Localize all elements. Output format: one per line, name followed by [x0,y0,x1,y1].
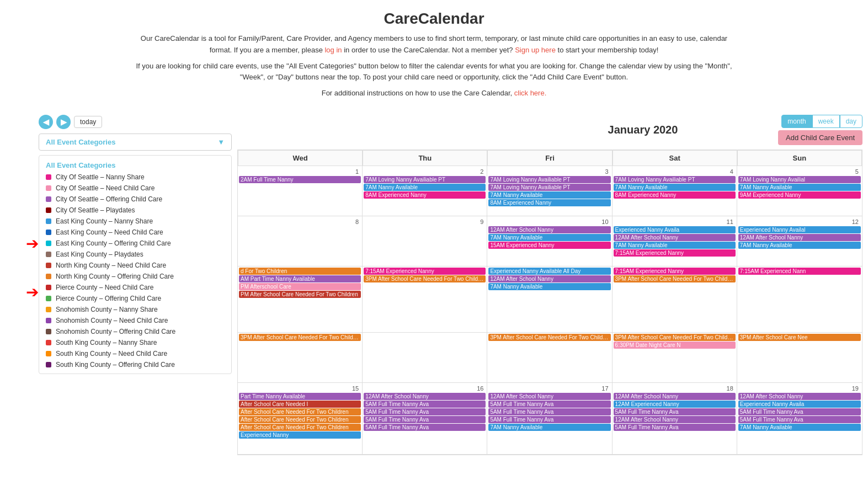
category-item[interactable]: City Of Seattle – Offering Child Care [39,194,231,205]
calendar-event[interactable]: 5AM Full Time Nanny Ava [364,401,486,408]
calendar-event[interactable]: 9AM Experienced Nanny [738,191,861,199]
calendar-event[interactable]: 12AM After School Nanny [614,234,736,241]
category-item[interactable]: South King County – Nanny Share [39,337,231,348]
calendar-event[interactable]: 5AM Full Time Nanny Ava [488,416,610,423]
calendar-event[interactable]: 12AM After School Nanny [738,234,861,241]
category-item[interactable]: Pierce County – Need Child Care [39,282,231,293]
calendar-event[interactable]: 5AM Full Time Nanny Ava [614,408,736,415]
calendar-event[interactable]: 7AM Loving Nanny Availial [738,176,861,183]
calendar-event[interactable]: After School Care Needed For Two Childre… [239,408,361,415]
calendar-event[interactable]: 12AM After School Nanny [488,393,610,400]
calendar-event[interactable]: 3PM After School Care Needed For Two Chi… [614,334,736,341]
calendar-event[interactable]: 8AM Experienced Nanny [614,191,736,199]
calendar-event[interactable]: 7:15AM Experienced Nanny [614,249,736,257]
category-item[interactable]: East King County – Offering Child Care [39,238,231,249]
calendar-event[interactable]: Part Time Nanny Available [239,393,361,400]
calendar-event[interactable]: 5AM Full Time Nanny Ava [738,408,861,415]
calendar-event[interactable]: After School Care Needed For Two Childre… [239,424,361,431]
click-here-link[interactable]: click here. [514,89,547,97]
category-item[interactable]: Snohomish County – Need Child Care [39,315,231,326]
calendar-event[interactable]: Experienced Nanny Available All Day [488,268,610,275]
calendar-event[interactable]: After School Care Needed I [239,401,361,408]
category-item[interactable]: Snohomish County – Offering Child Care [39,326,231,337]
next-button[interactable]: ▶ [56,115,71,129]
day-view-button[interactable]: day [840,115,862,128]
calendar-event[interactable]: 7AM Loving Nanny Availiable PT [488,176,610,183]
calendar-event[interactable]: 7AM Nanny Available [738,242,861,249]
calendar-event[interactable]: 12AM After School Nanny [738,393,861,400]
calendar-event[interactable]: 8AM Experienced Nanny [364,191,486,199]
calendar-event[interactable]: 5AM Full Time Nanny Ava [488,408,610,415]
color-swatch [46,241,51,246]
category-label: East King County – Offering Child Care [56,239,171,247]
calendar-event[interactable]: After School Care Needed For Two Childre… [239,416,361,423]
category-item[interactable]: Snohomish County – Nanny Share [39,304,231,315]
category-item[interactable]: East King County – Need Child Care [39,227,231,238]
calendar-event[interactable]: 3PM After School Care Needed For Two Chi… [614,275,736,282]
calendar-event[interactable]: 8AM Experienced Nanny [488,199,610,206]
prev-button[interactable]: ◀ [39,115,53,129]
calendar-event[interactable]: 12AM After School Nanny [488,275,610,282]
category-item[interactable]: City Of Seattle – Need Child Care [39,183,231,194]
calendar-event[interactable]: Experienced Nanny Availal [738,226,861,233]
add-event-button[interactable]: Add Child Care Event [778,130,862,145]
calendar-event[interactable]: 12AM After School Nanny [614,393,736,400]
calendar-event[interactable]: 7:15AM Experienced Nann [738,268,861,275]
calendar-event[interactable]: 7AM Nanny Available [614,242,736,249]
calendar-event[interactable]: 7AM Nanny Available [738,424,861,431]
calendar-event[interactable]: 7AM Nanny Available [488,283,610,290]
calendar-event[interactable]: 5AM Full Time Nanny Ava [614,424,736,431]
calendar-event[interactable]: 7AM Nanny Available [738,184,861,191]
calendar-event[interactable]: 5AM Full Time Nanny Ava [488,401,610,408]
category-dropdown-button[interactable]: All Event Categories ▼ [39,134,232,151]
calendar-event[interactable]: 7AM Loving Nanny Availiable PT [364,176,486,183]
color-swatch [46,285,51,290]
calendar-event[interactable]: 7:15AM Experienced Nanny [614,268,736,275]
week-view-button[interactable]: week [812,115,840,128]
category-item[interactable]: East King County – Nanny Share [39,216,231,227]
calendar-event[interactable]: PM After School Care Needed For Two Chil… [239,291,361,298]
calendar-event[interactable]: 3PM After School Care Needed For Two Chi… [364,275,486,282]
calendar-event[interactable]: 15AM Experienced Nanny [488,242,610,249]
calendar-event[interactable]: 7AM Loving Nanny Availiable PT [614,176,736,183]
calendar-event[interactable]: d For Two Children [239,268,361,275]
calendar-event[interactable]: 5AM Full Time Nanny Ava [738,416,861,423]
day-number: 4 [614,167,736,176]
calendar-event[interactable]: AM Part Time Nanny Available [239,275,361,282]
login-link[interactable]: log in [324,46,342,54]
category-item[interactable]: City Of Seattle – Playdates [39,205,231,216]
calendar-event[interactable]: 7:15AM Experienced Nanny [364,268,486,275]
month-view-button[interactable]: month [781,115,812,128]
category-item[interactable]: South King County – Need Child Care [39,348,231,359]
calendar-event[interactable]: 6:30PM Date Night Care N [614,342,736,349]
calendar-event[interactable]: 12AM After School Nanny [364,393,486,400]
calendar-event[interactable]: 12AM After School Nanny [614,416,736,423]
calendar-event[interactable]: 5AM Full Time Nanny Ava [364,416,486,423]
calendar-event[interactable]: 3PM After School Care Nee [738,334,861,341]
calendar-event[interactable]: 5AM Full Time Nanny Ava [364,424,486,431]
category-item[interactable]: North King County – Need Child Care [39,260,231,271]
calendar-event[interactable]: Experienced Nanny Availa [738,401,861,408]
calendar-event[interactable]: 2AM Full Time Nanny [239,176,361,183]
calendar-event[interactable]: 12AM After School Nanny [488,226,610,233]
calendar-event[interactable]: 7AM Nanny Available [488,424,610,431]
calendar-event[interactable]: 3PM After School Care Needed For Two Chi… [488,334,610,341]
calendar-event[interactable]: 7AM Nanny Available [364,184,486,191]
category-item[interactable]: East King County – Playdates [39,249,231,260]
calendar-event[interactable]: 3PM After School Care Needed For Two Chi… [239,334,361,341]
category-item[interactable]: City Of Seattle – Nanny Share [39,172,231,183]
calendar-event[interactable]: Experienced Nanny Availa [614,226,736,233]
calendar-event[interactable]: 7AM Nanny Available [488,234,610,241]
calendar-event[interactable]: 12AM Experienced Nanny [614,401,736,408]
calendar-event[interactable]: 7AM Nanny Available [488,191,610,199]
calendar-event[interactable]: 7AM Nanny Available [614,184,736,191]
calendar-event[interactable]: 7AM Loving Nanny Availiable PT [488,184,610,191]
calendar-event[interactable]: Experienced Nanny [239,431,361,439]
calendar-event[interactable]: PM Afterschool Care [239,283,361,290]
today-button[interactable]: today [74,116,102,128]
signup-link[interactable]: Sign up here [515,46,556,54]
category-item[interactable]: Pierce County – Offering Child Care [39,293,231,304]
category-item[interactable]: North King County – Offering Child Care [39,271,231,282]
category-item[interactable]: South King County – Offering Child Care [39,359,231,370]
calendar-event[interactable]: 5AM Full Time Nanny Ava [364,408,486,415]
